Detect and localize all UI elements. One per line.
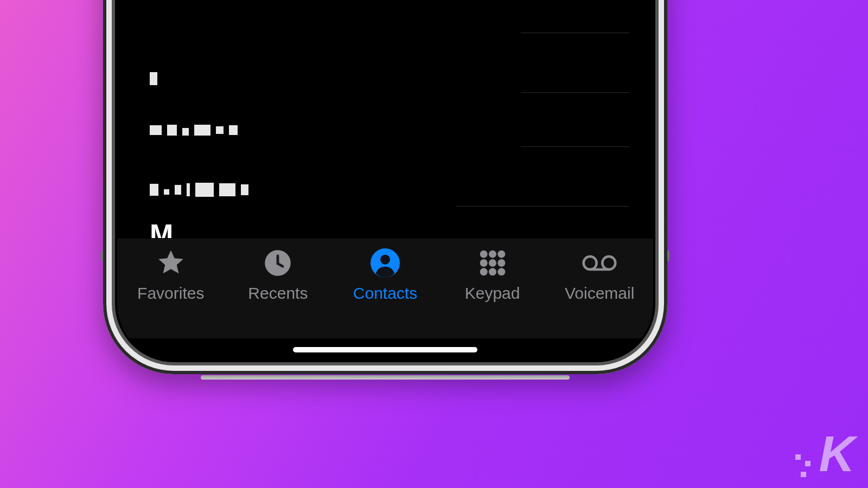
redacted-contact-name (150, 160, 629, 220)
home-indicator[interactable] (293, 347, 477, 352)
svg-point-4 (489, 251, 496, 258)
svg-point-12 (584, 256, 597, 269)
watermark-dots-icon (795, 450, 817, 483)
tab-label: Keypad (465, 284, 520, 303)
contacts-list[interactable]: M # (117, 0, 653, 238)
watermark-logo: K (795, 426, 853, 483)
tab-bar: Favorites Recents Contacts (117, 238, 653, 338)
svg-point-9 (480, 268, 487, 275)
svg-point-2 (380, 255, 390, 265)
tab-recents[interactable]: Recents (225, 239, 332, 338)
svg-point-6 (480, 259, 487, 267)
svg-point-5 (497, 251, 505, 258)
svg-point-8 (497, 259, 505, 267)
tab-favorites[interactable]: Favorites (117, 239, 225, 338)
tab-keypad[interactable]: Keypad (439, 239, 546, 338)
phone-frame: M # Favorites Recents (103, 0, 667, 374)
person-circle-icon (368, 248, 403, 278)
voicemail-icon (582, 248, 617, 278)
star-icon (154, 248, 188, 278)
watermark-letter: K (819, 426, 853, 483)
redacted-contact-name (150, 49, 629, 108)
tab-label: Recents (248, 284, 308, 303)
svg-point-3 (480, 251, 487, 258)
section-index[interactable]: # (629, 0, 646, 116)
list-separator (521, 33, 629, 33)
tab-label: Voicemail (565, 284, 634, 303)
keypad-icon (475, 248, 510, 278)
svg-point-11 (497, 268, 505, 275)
contact-name-partial: M (150, 218, 629, 240)
stage: M # Favorites Recents (0, 0, 868, 488)
tab-contacts[interactable]: Contacts (331, 239, 439, 338)
svg-point-7 (489, 259, 496, 267)
tab-label: Contacts (353, 284, 417, 303)
contact-row[interactable] (150, 49, 629, 108)
redacted-contact-name (150, 100, 629, 160)
svg-point-10 (489, 268, 496, 275)
contact-row[interactable] (150, 160, 629, 220)
tab-voicemail[interactable]: Voicemail (546, 239, 653, 338)
phone-screen: M # Favorites Recents (117, 0, 653, 360)
contact-row[interactable]: M (150, 218, 629, 240)
svg-point-13 (603, 256, 616, 269)
contact-row[interactable] (150, 100, 629, 160)
tab-label: Favorites (137, 284, 204, 303)
clock-icon (260, 248, 295, 278)
